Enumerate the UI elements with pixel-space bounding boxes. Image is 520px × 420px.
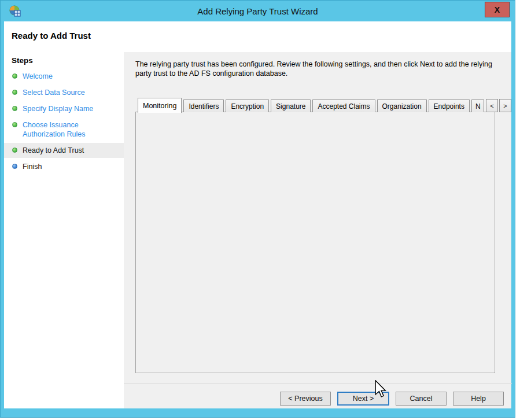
button-bar: < Previous Next > Cancel Help [124, 392, 512, 406]
step-done-icon [12, 90, 17, 95]
step-done-icon [12, 122, 17, 127]
previous-button[interactable]: < Previous [280, 392, 331, 406]
step-pending-icon [12, 164, 17, 169]
step-label: Specify Display Name [23, 104, 93, 113]
cancel-button[interactable]: Cancel [396, 392, 447, 406]
tab-scroll-left-button[interactable]: < [486, 99, 498, 112]
tab-strip: Monitoring Identifiers Encryption Signat… [138, 97, 512, 112]
tab-endpoints[interactable]: Endpoints [429, 100, 470, 112]
sidebar-item-finish[interactable]: Finish [4, 159, 124, 174]
page-header: Ready to Add Trust [4, 21, 511, 52]
step-label: Welcome [23, 72, 53, 81]
tab-identifiers[interactable]: Identifiers [183, 100, 224, 112]
title-bar: Add Relying Party Trust Wizard X [1, 1, 515, 21]
page-title: Ready to Add Trust [12, 31, 91, 40]
step-label: Ready to Add Trust [23, 146, 84, 155]
wizard-window: Add Relying Party Trust Wizard X Ready t… [0, 0, 515, 418]
tab-scroll-right-button[interactable]: > [499, 99, 511, 112]
step-done-icon [12, 73, 17, 79]
step-label: Finish [23, 162, 42, 171]
close-icon: X [495, 5, 500, 14]
sidebar-item-ready-to-add-trust[interactable]: Ready to Add Trust [4, 143, 124, 158]
tab-signature[interactable]: Signature [271, 100, 311, 112]
screenshot-stage: Add Relying Party Trust Wizard X Ready t… [0, 0, 520, 420]
steps-sidebar: Steps Welcome Select Data Source Specify… [4, 52, 124, 408]
tab-accepted-claims[interactable]: Accepted Claims [312, 100, 375, 112]
wizard-description: The relying party trust has been configu… [135, 60, 499, 78]
tab-monitoring[interactable]: Monitoring [138, 98, 182, 113]
next-button[interactable]: Next > [337, 392, 389, 406]
tab-organization[interactable]: Organization [377, 100, 427, 112]
step-done-icon [12, 148, 17, 153]
footer-divider [124, 383, 512, 384]
help-button[interactable]: Help [453, 392, 504, 406]
sidebar-item-welcome[interactable]: Welcome [4, 69, 124, 84]
steps-heading: Steps [4, 56, 124, 65]
close-button[interactable]: X [485, 2, 510, 17]
window-title: Add Relying Party Trust Wizard [1, 1, 515, 21]
sidebar-item-choose-issuance-authorization-rules[interactable]: Choose Issuance Authorization Rules [4, 117, 124, 142]
monitoring-tab-panel [135, 112, 495, 373]
tab-notes-clipped[interactable]: N [471, 100, 484, 112]
sidebar-item-select-data-source[interactable]: Select Data Source [4, 85, 124, 100]
tab-encryption[interactable]: Encryption [226, 100, 269, 112]
sidebar-item-specify-display-name[interactable]: Specify Display Name [4, 101, 124, 116]
step-label: Choose Issuance Authorization Rules [23, 120, 120, 139]
chevron-right-icon: > [503, 102, 507, 109]
step-label: Select Data Source [23, 88, 85, 97]
step-done-icon [12, 106, 17, 111]
chevron-left-icon: < [490, 102, 493, 109]
